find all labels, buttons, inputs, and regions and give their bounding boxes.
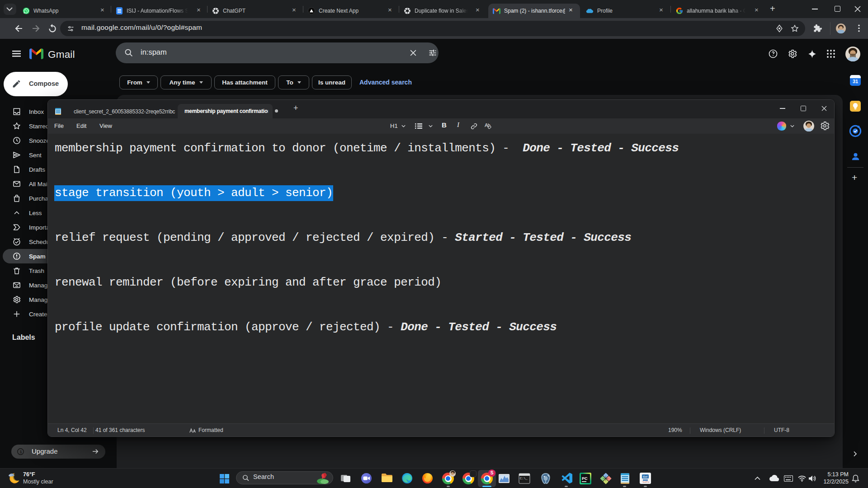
svg-text:Go!: Go! <box>643 475 647 478</box>
svg-text:PC: PC <box>582 476 588 481</box>
svg-text:C:\_: C:\_ <box>520 477 528 480</box>
svg-text:TaskPro: TaskPro <box>642 481 650 483</box>
svg-text:1: 1 <box>19 450 22 454</box>
